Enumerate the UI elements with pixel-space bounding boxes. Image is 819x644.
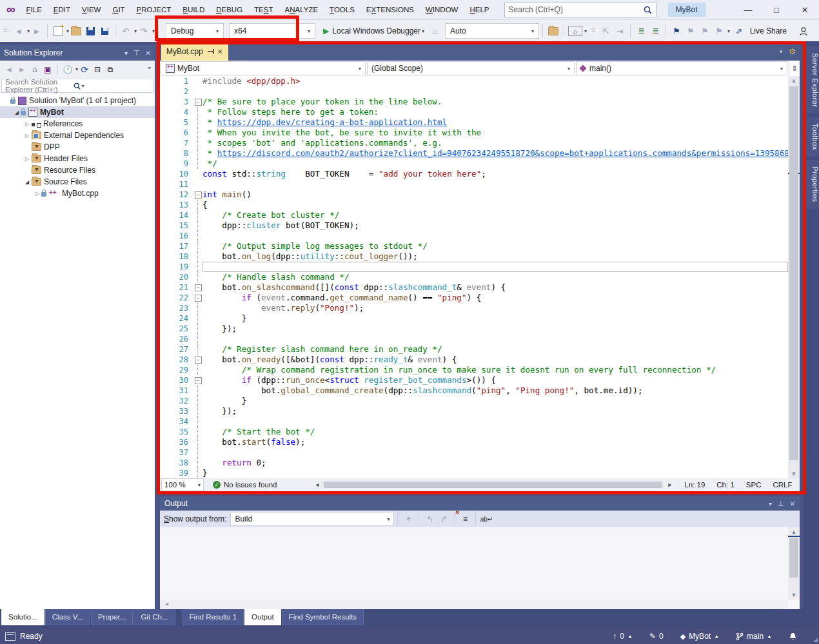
open-file-button[interactable] bbox=[70, 23, 83, 39]
split-editor-button[interactable]: ⇕ bbox=[789, 61, 800, 75]
code-editor[interactable]: 1#include <dpp/dpp.h>23–/* Be sure to pl… bbox=[160, 76, 788, 478]
scrollbar-thumb[interactable] bbox=[324, 482, 662, 488]
hot-reload-mode-dropdown[interactable]: Auto▾ bbox=[445, 23, 539, 39]
step-over-button[interactable]: ⇥ bbox=[613, 23, 626, 39]
panel-tab-git-ch-[interactable]: Git Ch... bbox=[133, 609, 175, 625]
previous-bookmark-button[interactable]: ⚑ bbox=[684, 23, 697, 39]
panel-tab-output[interactable]: Output bbox=[244, 609, 281, 625]
outline-collapse-icon[interactable]: – bbox=[193, 97, 202, 107]
tree-item-external-dependencies[interactable]: ▷External Dependencies bbox=[0, 130, 155, 141]
scrollbar-thumb[interactable] bbox=[789, 538, 798, 578]
toolbar-grip[interactable]: ⁞⁞ bbox=[3, 28, 9, 33]
outline-collapse-icon[interactable]: – bbox=[193, 282, 202, 293]
se-search-options-caret[interactable]: ▾ bbox=[82, 83, 150, 89]
navigate-forward-button[interactable]: ► bbox=[30, 23, 43, 39]
menu-git[interactable]: GIT bbox=[106, 6, 130, 14]
token-link[interactable]: https://discord.com/oauth2/authorize?cli… bbox=[217, 148, 788, 158]
se-home-button[interactable]: ⌂ bbox=[29, 63, 41, 76]
token-link[interactable]: https://dpp.dev/creating-a-bot-applicati… bbox=[217, 117, 447, 127]
se-show-all-files-button[interactable]: ⧉ bbox=[104, 63, 116, 76]
outline-collapse-icon[interactable]: – bbox=[193, 355, 202, 365]
branch-button[interactable]: main ▲ bbox=[736, 632, 772, 641]
maximize-button[interactable]: □ bbox=[762, 5, 791, 15]
menu-edit[interactable]: EDIT bbox=[48, 6, 76, 14]
output-vertical-scrollbar[interactable]: ▲ ▼ bbox=[788, 527, 800, 600]
toggle-word-wrap-button[interactable]: ab↵ bbox=[480, 511, 493, 527]
nav-project-dropdown[interactable]: MyBot▾ bbox=[161, 61, 366, 75]
se-forward-button[interactable]: ► bbox=[16, 63, 28, 76]
document-well-dropdown-icon[interactable]: ▾ bbox=[780, 48, 783, 55]
issues-indicator[interactable]: No issues found bbox=[224, 481, 277, 489]
pin-icon[interactable]: ⊤ bbox=[133, 49, 140, 57]
scroll-right-icon[interactable]: ► bbox=[667, 482, 673, 488]
quick-search-box[interactable]: Search (Ctrl+Q) bbox=[504, 3, 656, 17]
tree-item-header-files[interactable]: ▷Header Files bbox=[0, 153, 155, 164]
expander-icon[interactable]: ▷ bbox=[23, 121, 31, 127]
zoom-dropdown[interactable]: 100 %▾ bbox=[161, 478, 204, 491]
panel-tab-solutio-[interactable]: Solutio... bbox=[1, 609, 44, 625]
increase-indent-button[interactable]: ≣ bbox=[649, 23, 662, 39]
se-back-button[interactable]: ◄ bbox=[3, 63, 15, 76]
output-content[interactable] bbox=[160, 527, 788, 600]
tree-item-resource-files[interactable]: Resource Files bbox=[0, 164, 155, 176]
menu-file[interactable]: FILE bbox=[21, 6, 48, 14]
undo-button[interactable]: ↶ bbox=[119, 23, 132, 39]
expander-icon[interactable]: ▷ bbox=[23, 133, 31, 139]
pin-icon[interactable]: ⊥ bbox=[778, 500, 784, 508]
tree-item-solution-mybot-1-of-1-project-[interactable]: Solution 'MyBot' (1 of 1 project) bbox=[0, 95, 155, 106]
menu-build[interactable]: BUILD bbox=[177, 6, 210, 14]
scroll-down-icon[interactable]: ▼ bbox=[788, 469, 800, 478]
clear-all-button[interactable]: ≡ bbox=[459, 511, 471, 527]
panel-tab-find-results-1[interactable]: Find Results 1 bbox=[183, 609, 244, 625]
navigate-back-button[interactable]: ◄ bbox=[12, 23, 25, 39]
scroll-up-icon[interactable]: ▲ bbox=[788, 527, 800, 536]
goto-message-source-button[interactable]: ⌖ bbox=[402, 511, 415, 527]
se-sync-button[interactable]: ⟳ bbox=[79, 63, 90, 76]
document-tab-mybot-cpp[interactable]: MyBot.cpp ✕ bbox=[161, 43, 228, 61]
feedback-icon[interactable] bbox=[798, 26, 809, 36]
window-position-icon[interactable]: ▾ bbox=[124, 50, 128, 57]
resize-grip[interactable]: ◢ bbox=[813, 636, 818, 643]
save-button[interactable] bbox=[84, 23, 97, 39]
menu-view[interactable]: VIEW bbox=[76, 6, 106, 14]
menu-test[interactable]: TEST bbox=[248, 6, 279, 14]
live-share-button[interactable]: Live Share bbox=[750, 26, 787, 35]
solution-explorer-header[interactable]: Solution Explorer ▾ ⊤ ✕ bbox=[0, 45, 155, 61]
tree-item-source-files[interactable]: ◢Source Files bbox=[0, 176, 155, 188]
redo-button[interactable]: ↷ bbox=[137, 23, 150, 39]
output-horizontal-scrollbar[interactable]: ◄ bbox=[160, 600, 788, 609]
editor-vertical-scrollbar[interactable]: ▲ ▼ bbox=[788, 76, 800, 478]
editor-horizontal-scrollbar[interactable] bbox=[322, 482, 664, 488]
decrease-indent-button[interactable]: ≣ bbox=[635, 23, 647, 39]
expander-icon[interactable]: ◢ bbox=[13, 110, 21, 115]
panel-tab-proper-[interactable]: Proper... bbox=[91, 609, 133, 625]
outline-collapse-icon[interactable]: – bbox=[193, 190, 202, 200]
gear-icon[interactable]: ⚙ bbox=[789, 47, 796, 56]
output-header[interactable]: Output ▾ ⊥ ✕ bbox=[160, 496, 800, 511]
pin-icon[interactable] bbox=[208, 51, 213, 52]
find-in-files-button[interactable] bbox=[547, 23, 560, 39]
close-icon[interactable]: ✕ bbox=[146, 50, 151, 57]
output-source-dropdown[interactable]: Build▾ bbox=[230, 512, 394, 526]
bell-icon[interactable] bbox=[789, 632, 797, 641]
menu-extensions[interactable]: EXTENSIONS bbox=[360, 6, 420, 14]
save-all-button[interactable] bbox=[98, 23, 111, 39]
next-message-button[interactable]: ↱ bbox=[437, 511, 450, 527]
clear-bookmarks-button[interactable]: ⚑ bbox=[713, 23, 725, 39]
tree-item-references[interactable]: ▷References bbox=[0, 118, 155, 130]
nav-member-dropdown[interactable]: main()▾ bbox=[576, 61, 787, 75]
toggle-bookmark-button[interactable]: ⚑ bbox=[670, 23, 683, 39]
scroll-up-icon[interactable]: ▲ bbox=[788, 76, 800, 85]
tool-tab-toolbox[interactable]: Toolbox bbox=[804, 117, 819, 157]
se-pending-changes-filter-button[interactable]: 🕐 bbox=[62, 63, 74, 76]
pending-changes-button[interactable]: ✎ 0 bbox=[649, 632, 664, 641]
scrollbar-thumb[interactable] bbox=[789, 86, 798, 460]
se-overflow-button[interactable]: ❞ bbox=[148, 66, 155, 72]
close-button[interactable]: ✕ bbox=[791, 5, 819, 15]
minimize-button[interactable]: — bbox=[734, 5, 762, 15]
menu-debug[interactable]: DEBUG bbox=[210, 6, 248, 14]
panel-tab-class-v-[interactable]: Class V... bbox=[45, 609, 90, 625]
menu-project[interactable]: PROJECT bbox=[131, 6, 177, 14]
new-project-button[interactable] bbox=[52, 23, 64, 39]
tool-tab-properties[interactable]: Properties bbox=[804, 160, 819, 208]
